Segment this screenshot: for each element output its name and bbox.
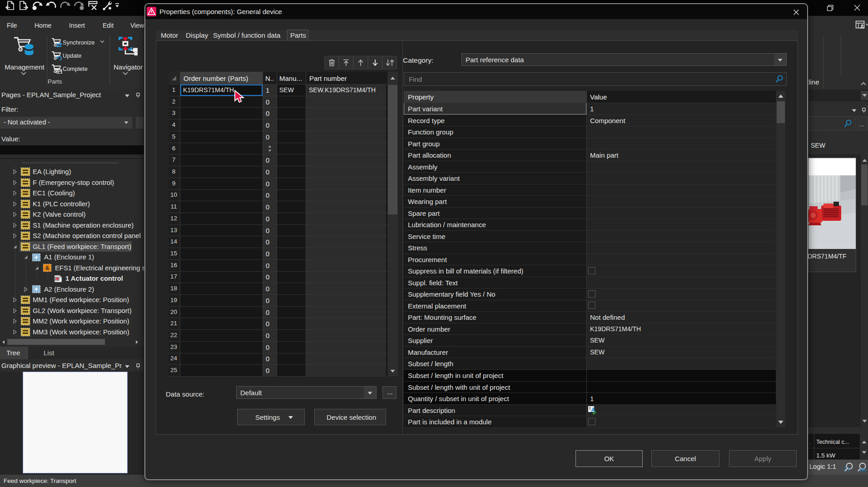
svg-text:&: & (45, 265, 50, 271)
svg-text:100: 100 (859, 467, 866, 472)
